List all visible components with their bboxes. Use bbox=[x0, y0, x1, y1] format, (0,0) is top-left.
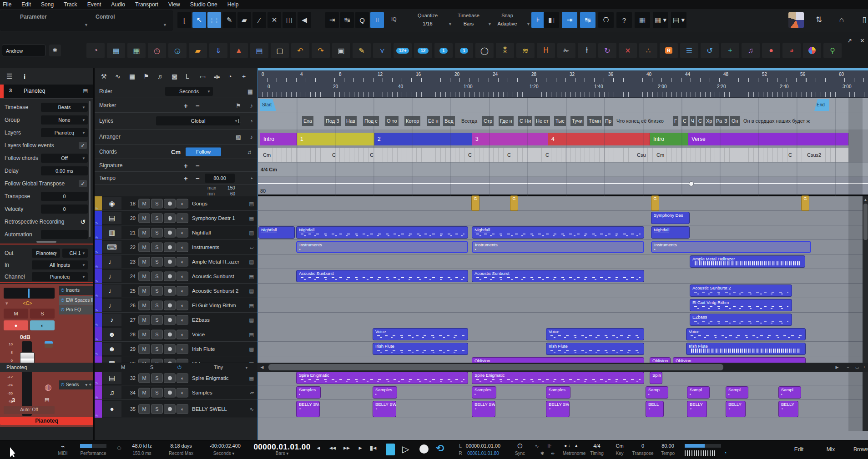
out-channel[interactable]: CH 1▼ bbox=[62, 249, 88, 258]
clip-samp[interactable]: Samp▪ bbox=[646, 386, 668, 399]
snap-caret-icon[interactable]: ▼ bbox=[526, 22, 530, 26]
record-button[interactable] bbox=[419, 444, 429, 454]
track-lane-18[interactable]: GGGG bbox=[258, 196, 868, 211]
menu-view[interactable]: View bbox=[168, 1, 180, 8]
record-arm-button[interactable] bbox=[164, 373, 176, 383]
scroll-right-icon[interactable]: ▶ bbox=[833, 364, 841, 370]
transport-▸▸-button[interactable]: ▸▸ bbox=[343, 444, 350, 451]
mute-button[interactable]: M bbox=[138, 199, 150, 208]
clip-instruments[interactable]: Instruments▪ bbox=[472, 241, 644, 253]
clip-acoustic-sunburst[interactable]: Acoustic Sunburst bbox=[472, 270, 644, 282]
snap-value[interactable]: Adaptive bbox=[491, 21, 523, 26]
stop-button[interactable] bbox=[386, 444, 395, 455]
plugin-window-icon[interactable]: ⎔ bbox=[598, 12, 614, 28]
track-lane-29[interactable]: Irish FluteIrish FluteIrish Flute bbox=[258, 342, 868, 356]
pan-caret-icon[interactable]: ▾ bbox=[5, 300, 8, 306]
caret-down-icon[interactable]: ▼ bbox=[82, 156, 86, 160]
strip-monitor-button[interactable]: ◐ bbox=[30, 320, 55, 330]
solo-button[interactable]: S bbox=[151, 213, 163, 223]
macro-download[interactable]: ⇓ bbox=[209, 43, 227, 58]
solo-button[interactable]: S bbox=[151, 271, 163, 281]
solo-button[interactable]: S bbox=[151, 300, 163, 310]
track-row-32[interactable]: ∿▤32MSSpire Enigmatic▤ bbox=[95, 371, 257, 385]
user-avatar[interactable] bbox=[788, 12, 804, 28]
row-icon[interactable]: ♪ bbox=[250, 102, 253, 109]
remove-icon[interactable]: − bbox=[196, 101, 200, 109]
clip-g[interactable]: G bbox=[651, 195, 659, 211]
global-row-tempo[interactable]: Tempo+−80.00◔ bbox=[95, 172, 257, 185]
row-icon[interactable]: ▩ bbox=[236, 134, 241, 140]
macro-pill-1b[interactable]: 1 bbox=[455, 43, 473, 58]
caret-down-icon[interactable]: ▼ bbox=[82, 105, 86, 110]
iq-label[interactable]: IQ bbox=[391, 16, 397, 22]
solo-button[interactable]: S bbox=[151, 199, 163, 208]
clip-ezbass[interactable]: EZbass bbox=[690, 314, 792, 326]
record-arm-button[interactable] bbox=[164, 257, 176, 266]
keys-icon[interactable]: ▤ bbox=[249, 288, 254, 294]
track-size-value[interactable]: Tiny bbox=[214, 364, 223, 370]
mute-button[interactable]: M bbox=[138, 286, 150, 295]
solo-button[interactable]: S bbox=[151, 344, 163, 354]
clip-el-guit-vintg-rithm[interactable]: El Guit Vintg Rithm bbox=[690, 299, 792, 311]
global-row-lyrics[interactable]: LyricsGlobal▼◔L bbox=[95, 113, 257, 130]
record-arm-button[interactable] bbox=[164, 228, 176, 237]
clip-belly-sw[interactable]: BELLY SW∘ bbox=[472, 401, 495, 417]
macro-panel-green[interactable]: ▦ bbox=[127, 43, 146, 58]
keys-icon[interactable]: ▤ bbox=[249, 215, 254, 221]
chord-event[interactable]: C bbox=[787, 148, 793, 162]
edit-tool-icon-5[interactable]: ▩ bbox=[172, 73, 177, 80]
clip-instruments[interactable]: Instruments▪ bbox=[651, 241, 811, 253]
solo-button[interactable]: S bbox=[151, 404, 163, 414]
clip-instruments[interactable]: Instruments▪ bbox=[296, 241, 468, 253]
eraser-tool-icon[interactable]: ▰ bbox=[237, 12, 251, 28]
monitor-button[interactable] bbox=[177, 242, 188, 252]
clip-acoustic-sunburst-2[interactable]: Acoustic Sunburst 2 bbox=[690, 284, 792, 297]
lyric-event[interactable]: Тёмн bbox=[587, 116, 602, 126]
track-lane-20[interactable]: Symphony Des bbox=[258, 211, 868, 225]
macro-pill-12plus[interactable]: 12+ bbox=[394, 43, 412, 58]
tempo-max-value[interactable]: 150 bbox=[227, 185, 235, 190]
menu-help[interactable]: Help bbox=[227, 1, 239, 8]
keys-icon[interactable]: ▤ bbox=[249, 317, 254, 323]
track-lane-34[interactable]: Samples▪Samples▪Samples▪Samples▪Samp▪Sam… bbox=[258, 385, 868, 400]
arranger-section-1[interactable]: 1 bbox=[297, 133, 374, 145]
lyric-event[interactable]: Пр bbox=[604, 116, 613, 126]
lyric-event[interactable]: Не ст bbox=[535, 116, 550, 126]
transport-icon[interactable]: ∿ bbox=[535, 443, 539, 449]
track-lane-32[interactable]: Spire EnigmaticSpire EnigmaticSpin bbox=[258, 371, 868, 385]
headphone-icon[interactable]: ◔ bbox=[723, 449, 727, 456]
play-button[interactable]: ▷ bbox=[402, 444, 409, 454]
solo-button[interactable]: S bbox=[151, 388, 163, 397]
edit-tool-icon-1[interactable]: ∿ bbox=[115, 73, 121, 80]
tempo-curve[interactable] bbox=[258, 183, 868, 184]
clip-irish-flute[interactable]: Irish Flute bbox=[373, 343, 468, 355]
caret-down-icon[interactable]: ▼ bbox=[54, 251, 58, 255]
zoom-out-icon[interactable]: − bbox=[844, 364, 852, 370]
key-value[interactable]: Cm bbox=[616, 443, 623, 449]
chord-event[interactable]: Csus2 bbox=[806, 148, 822, 162]
mute-button[interactable]: M bbox=[138, 271, 150, 281]
solo-button[interactable]: S bbox=[151, 257, 163, 266]
macro-h[interactable]: H bbox=[537, 43, 555, 58]
clip-nightfall[interactable]: Nightfall bbox=[296, 226, 468, 239]
edit-tool-icon-3[interactable]: ⚑ bbox=[143, 73, 149, 80]
quantize-caret-icon[interactable]: ▼ bbox=[448, 22, 452, 26]
strip-solo-button[interactable]: S bbox=[30, 309, 55, 319]
bend-marker-icon[interactable]: ⎍ bbox=[370, 12, 384, 28]
tempo-value-box[interactable]: 80.00 bbox=[205, 174, 235, 183]
chords-follow-button[interactable]: Follow bbox=[186, 147, 221, 156]
close-icon[interactable]: ✕ bbox=[860, 37, 865, 44]
vertical-scrollbar[interactable]: ▲ bbox=[863, 196, 868, 431]
video-window-icon[interactable]: ▦ bbox=[635, 12, 650, 28]
record-arm-button[interactable] bbox=[164, 388, 176, 397]
arranger-section-4[interactable]: 4 bbox=[548, 133, 650, 145]
row-icon[interactable]: ♬ bbox=[247, 148, 253, 155]
keys-icon[interactable]: ▤ bbox=[249, 273, 254, 279]
macro-document[interactable]: ▤ bbox=[250, 43, 268, 58]
menu-event[interactable]: Event bbox=[87, 1, 101, 8]
track-row-28[interactable]: ∿☻28MSVoice▤ bbox=[95, 327, 257, 342]
mute-button[interactable]: M bbox=[138, 315, 150, 324]
track-row-35[interactable]: ∿●35MSBELLY SWELL∿ bbox=[95, 400, 257, 418]
macro-panel-blue[interactable]: ▦ bbox=[107, 43, 125, 58]
macro-pencil[interactable]: ✎ bbox=[353, 43, 371, 58]
